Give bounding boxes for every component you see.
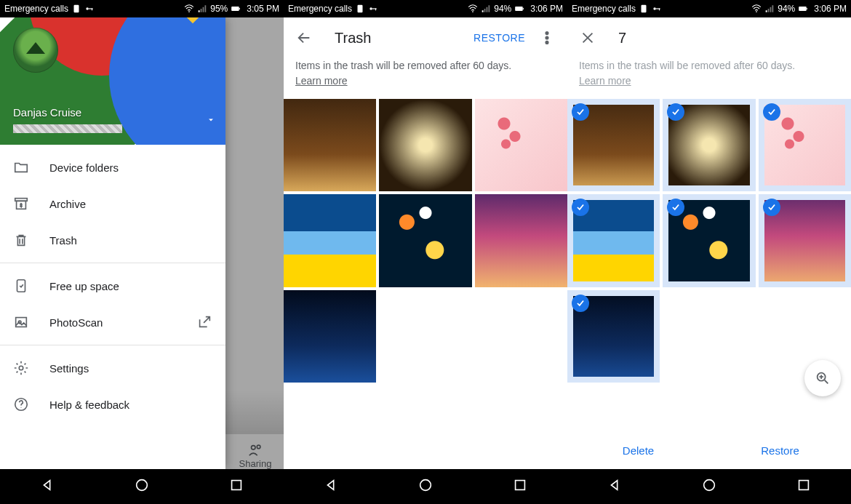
photo-thumb[interactable] xyxy=(284,99,376,191)
wifi-icon xyxy=(751,4,762,14)
status-bar: Emergency calls 94% 3:06 PM xyxy=(284,0,567,17)
carrier-text: Emergency calls xyxy=(572,4,636,14)
account-dropdown[interactable] xyxy=(207,114,215,127)
photo-thumb-selected[interactable] xyxy=(567,99,660,191)
selection-app-bar: 7 xyxy=(567,17,851,58)
svg-rect-23 xyxy=(515,7,523,11)
clear-selection-button[interactable] xyxy=(573,23,602,52)
nav-home[interactable] xyxy=(417,477,434,496)
menu-device-folders[interactable]: Device folders xyxy=(0,149,225,185)
photo-thumb[interactable] xyxy=(379,194,471,287)
menu-label: PhotoScan xyxy=(49,316,103,329)
nav-recents[interactable] xyxy=(228,477,244,496)
back-triangle-icon xyxy=(607,477,623,493)
photo-thumb-selected[interactable] xyxy=(759,99,851,191)
check-icon xyxy=(763,199,780,216)
svg-point-31 xyxy=(653,7,656,10)
close-icon xyxy=(580,30,596,46)
menu-label: Help & feedback xyxy=(49,399,129,411)
trash-icon xyxy=(13,232,29,248)
svg-rect-0 xyxy=(74,5,79,13)
battery-icon xyxy=(231,4,241,14)
screen-trash-selection: Emergency calls 94% 3:06 PM 7 Items in t… xyxy=(567,0,851,504)
check-icon xyxy=(763,103,780,121)
photo-thumb[interactable] xyxy=(379,99,471,191)
photo-thumb-selected[interactable] xyxy=(567,290,660,383)
nav-back[interactable] xyxy=(323,477,339,496)
check-icon xyxy=(572,295,589,312)
restore-button[interactable]: Restore xyxy=(709,444,851,457)
svg-rect-18 xyxy=(358,5,363,13)
menu-archive[interactable]: Archive xyxy=(0,185,225,222)
status-bar: Emergency calls 95% 3:05 PM xyxy=(0,0,284,17)
nav-back[interactable] xyxy=(39,477,55,496)
menu-trash[interactable]: Trash xyxy=(0,222,225,258)
svg-rect-17 xyxy=(232,481,241,490)
menu-label: Device folders xyxy=(49,161,119,174)
nav-bar xyxy=(284,469,567,504)
key-icon xyxy=(652,4,662,14)
menu-settings[interactable]: Settings xyxy=(0,350,225,386)
photo-grid xyxy=(567,99,851,383)
back-triangle-icon xyxy=(323,477,339,493)
svg-rect-35 xyxy=(799,7,807,11)
nav-home[interactable] xyxy=(701,477,717,496)
external-link-icon xyxy=(196,314,212,330)
zoom-fab[interactable] xyxy=(804,360,841,396)
svg-point-14 xyxy=(19,366,23,370)
signal-icon xyxy=(764,4,775,14)
svg-rect-24 xyxy=(523,8,524,9)
bottom-action-bar: Delete Restore xyxy=(567,431,851,469)
wifi-icon xyxy=(184,4,194,14)
zoom-in-icon xyxy=(815,370,831,386)
photo-thumb[interactable] xyxy=(284,194,376,287)
photo-thumb[interactable] xyxy=(475,99,567,191)
menu-label: Trash xyxy=(49,234,77,247)
photo-thumb-selected[interactable] xyxy=(759,194,851,287)
photo-thumb-selected[interactable] xyxy=(663,99,755,191)
check-icon xyxy=(667,199,684,216)
nav-back[interactable] xyxy=(607,477,623,496)
svg-point-38 xyxy=(704,480,715,491)
overflow-button[interactable] xyxy=(532,23,562,52)
nav-recents[interactable] xyxy=(796,477,812,496)
screen-drawer: Emergency calls 95% 3:05 PM Sharing xyxy=(0,0,284,504)
menu-photoscan[interactable]: PhotoScan xyxy=(0,304,225,340)
photo-thumb[interactable] xyxy=(284,290,376,383)
sim-icon xyxy=(71,4,81,14)
svg-point-25 xyxy=(546,32,548,34)
key-icon xyxy=(84,4,95,14)
back-triangle-icon xyxy=(39,477,55,493)
svg-point-26 xyxy=(546,36,548,39)
trash-note: Items in the trash will be removed after… xyxy=(567,58,851,99)
home-circle-icon xyxy=(134,477,150,493)
photo-thumb-selected[interactable] xyxy=(567,194,660,287)
nav-recents[interactable] xyxy=(512,477,528,496)
svg-point-28 xyxy=(420,480,431,491)
svg-point-4 xyxy=(188,11,190,12)
photo-thumb[interactable] xyxy=(475,194,567,287)
learn-more-link[interactable]: Learn more xyxy=(579,75,631,87)
photo-thumb-selected[interactable] xyxy=(663,194,755,287)
learn-more-link[interactable]: Learn more xyxy=(295,75,348,87)
avatar[interactable] xyxy=(13,28,58,73)
delete-button[interactable]: Delete xyxy=(567,444,709,457)
photoscan-icon xyxy=(13,314,29,330)
more-vert-icon xyxy=(539,30,555,46)
trash-note-text: Items in the trash will be removed after… xyxy=(579,60,795,71)
svg-rect-30 xyxy=(642,5,647,13)
menu-help[interactable]: Help & feedback xyxy=(0,386,225,423)
drawer-header: Danjas Cruise xyxy=(0,17,225,145)
battery-pct: 95% xyxy=(210,4,228,14)
check-icon xyxy=(572,103,589,121)
svg-point-16 xyxy=(137,480,148,491)
svg-point-22 xyxy=(472,11,474,12)
check-icon xyxy=(667,103,684,121)
restore-all-button[interactable]: RESTORE xyxy=(466,26,532,49)
menu-free-up-space[interactable]: Free up space xyxy=(0,268,225,304)
screen-trash: Emergency calls 94% 3:06 PM Trash RESTOR… xyxy=(284,0,567,504)
nav-home[interactable] xyxy=(134,477,150,496)
caret-down-icon xyxy=(207,116,215,124)
svg-rect-21 xyxy=(375,8,376,10)
back-button[interactable] xyxy=(289,23,319,52)
